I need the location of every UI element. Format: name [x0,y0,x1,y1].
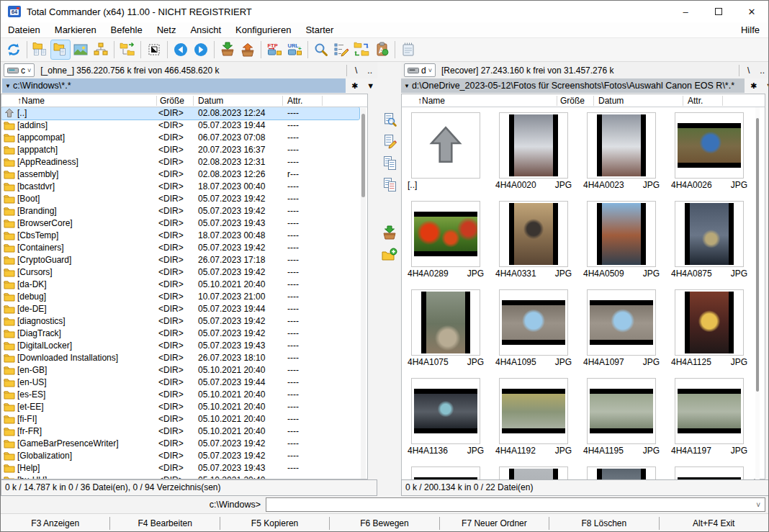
file-row[interactable]: [CryptoGuard]<DIR>26.07.2023 17:18---- [1,254,359,266]
left-path-bar[interactable]: ▼ c:\Windows\*.* [2,78,346,93]
command-input[interactable]: ˅ [266,497,765,512]
file-row[interactable]: [Containers]<DIR>05.07.2023 19:42---- [1,242,359,254]
file-row[interactable]: [DiagTrack]<DIR>05.07.2023 19:42---- [1,328,359,340]
thumbnail-cell[interactable]: 4H4A0026JPG [665,107,753,196]
file-row[interactable]: [AppReadiness]<DIR>02.08.2023 12:31---- [1,156,359,168]
right-updir-button[interactable]: .. [755,66,769,76]
fkey-button-f8[interactable]: F8 Löschen [549,514,658,532]
file-row[interactable]: [Globalization]<DIR>05.07.2023 19:42---- [1,450,359,462]
toolbar-forward-button[interactable] [191,40,211,60]
right-root-button[interactable]: \ [742,66,755,76]
thumbnail-cell[interactable]: 4H4A1125JPG [665,284,753,373]
left-history-button[interactable]: ▼ [362,81,379,90]
toolbar-unpack-button[interactable] [238,40,258,60]
fkey-button-altf4[interactable]: Alt+F4 Exit [660,514,768,532]
toolbar-ftp-connect-button[interactable]: FTP [264,40,284,60]
menu-item-befehle[interactable]: Befehle [104,22,150,38]
thumbnail-cell[interactable]: 4H4A0020JPG [490,107,577,196]
new-folder-button[interactable] [380,245,399,264]
column-divider[interactable] [322,96,323,106]
menu-item-ansicht[interactable]: Ansicht [183,22,228,38]
toolbar-sync-dirs-button[interactable] [351,40,372,60]
thumbnail-cell[interactable]: [..] [402,107,490,196]
file-row[interactable]: [et-EE]<DIR>05.10.2021 20:40---- [1,401,359,413]
toolbar-pack-button[interactable] [217,40,238,60]
close-button[interactable]: ✕ [735,1,768,22]
thumbnail-cell[interactable]: 4H4A0875JPG [665,196,753,284]
file-row[interactable]: [en-US]<DIR>05.07.2023 19:44---- [1,377,359,389]
file-row[interactable]: [..]<DIR>02.08.2023 12:24---- [1,107,359,120]
left-scrollbar[interactable] [361,108,366,479]
menu-item-netz[interactable]: Netz [150,22,184,38]
thumbnail-cell[interactable] [490,461,577,479]
left-updir-button[interactable]: .. [362,66,377,76]
fkey-button-f4[interactable]: F4 Bearbeiten [110,514,219,532]
toolbar-multi-rename-button[interactable] [331,40,351,60]
thumbnail-cell[interactable]: 4H4A1095JPG [490,284,577,373]
column-header-attr[interactable]: Attr. [287,96,302,106]
right-scrollbar[interactable] [755,107,760,479]
column-divider[interactable] [282,96,283,106]
file-row[interactable]: [appcompat]<DIR>06.07.2023 07:08---- [1,132,359,144]
file-row[interactable]: [fi-FI]<DIR>05.10.2021 20:40---- [1,413,359,425]
thumbnail-cell[interactable] [402,461,490,479]
thumbnail-cell[interactable] [665,461,753,479]
chevron-down-icon[interactable]: ˅ [756,501,765,509]
file-row[interactable]: [Help]<DIR>05.07.2023 19:43---- [1,462,359,474]
file-row[interactable]: [de-DE]<DIR>05.07.2023 19:44---- [1,303,359,315]
file-row[interactable]: [diagnostics]<DIR>05.07.2023 19:42---- [1,315,359,328]
column-divider[interactable] [193,96,194,106]
toolbar-notepad-button[interactable] [398,40,418,60]
toolbar-refresh-button[interactable] [4,40,24,60]
file-row[interactable]: [da-DK]<DIR>05.10.2021 20:40---- [1,279,359,291]
minimize-button[interactable]: – [669,1,702,22]
file-row[interactable]: [fr-FR]<DIR>05.10.2021 20:40---- [1,425,359,438]
file-row[interactable]: [GameBarPresenceWriter]<DIR>05.07.2023 1… [1,438,359,450]
toolbar-compare-contents-button[interactable]: A [372,40,392,60]
fkey-button-f6[interactable]: F6 Bewegen [330,514,439,532]
file-row[interactable]: [CbsTemp]<DIR>18.07.2023 00:48---- [1,230,359,242]
toolbar-full-view-button[interactable] [50,40,71,60]
right-path-bar[interactable]: ▼ d:\OneDrive_2023-05-12\Fotos für Scree… [401,78,745,93]
left-drive-combo[interactable]: c ˅ [4,63,35,77]
edit-file-button[interactable] [380,132,399,150]
left-root-button[interactable]: \ [350,66,362,76]
copy-files-button[interactable] [380,153,399,172]
toolbar-url-connect-button[interactable]: URL+ [284,40,305,60]
column-divider[interactable] [557,96,557,106]
menu-item-konfigurieren[interactable]: Konfigurieren [228,22,298,38]
menu-item-dateien[interactable]: Dateien [1,22,48,38]
right-drive-combo[interactable]: d ˅ [404,63,436,77]
fkey-button-f5[interactable]: F5 Kopieren [220,514,329,532]
toolbar-back-button[interactable] [171,40,191,60]
column-divider[interactable] [156,96,157,106]
file-row[interactable]: [en-GB]<DIR>05.10.2021 20:40---- [1,364,359,377]
column-header-datum[interactable]: Datum [598,96,624,106]
file-row[interactable]: [Branding]<DIR>05.07.2023 19:42---- [1,205,359,217]
column-header-gre[interactable]: Größe [560,96,585,106]
menu-item-hilfe[interactable]: Hilfe [734,22,768,38]
column-header-name[interactable]: ↑Name [17,96,45,106]
file-row[interactable]: [BrowserCore]<DIR>05.07.2023 19:43---- [1,217,359,230]
toolbar-thumbnails-view-button[interactable] [71,40,91,60]
column-divider[interactable] [683,96,683,106]
menu-item-markieren[interactable]: Markieren [48,22,104,38]
left-scrollbar-thumb[interactable] [361,114,365,197]
file-row[interactable]: [Downloaded Installations]<DIR>26.07.202… [1,352,359,364]
fkey-button-f3[interactable]: F3 Anzeigen [1,514,109,532]
menu-item-starter[interactable]: Starter [298,22,341,38]
thumbnail-cell[interactable]: 4H4A0509JPG [577,196,665,284]
maximize-button[interactable] [702,1,735,22]
column-header-gre[interactable]: Größe [160,96,184,106]
right-history-button[interactable]: ▼ [761,81,769,90]
toolbar-search-button[interactable] [311,40,331,60]
column-header-name[interactable]: ↑Name [418,96,445,106]
toolbar-branch-view-button[interactable] [117,40,138,60]
thumbnail-cell[interactable]: 4H4A0023JPG [577,107,665,196]
right-scrollbar-thumb[interactable] [756,118,759,392]
file-row[interactable]: [Boot]<DIR>05.07.2023 19:42---- [1,193,359,205]
pack-files-button[interactable] [380,224,399,243]
thumbnail-cell[interactable]: 4H4A1197JPG [665,373,753,461]
thumbnail-cell[interactable]: 4H4A0289JPG [402,196,490,284]
view-file-button[interactable] [380,110,399,129]
